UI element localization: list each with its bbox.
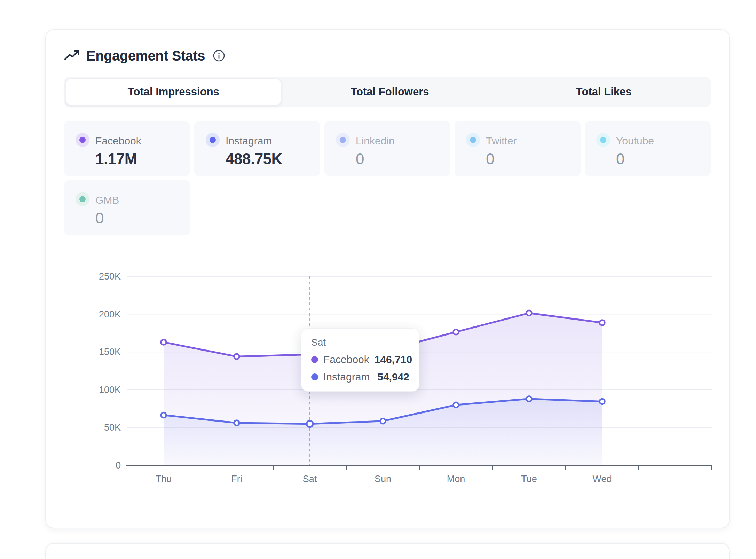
svg-text:0: 0 (116, 460, 121, 471)
metric-tabs: Total Impressions Total Followers Total … (64, 77, 711, 107)
chart-tooltip: Sat Facebook 146,710 Instagram 54,942 (301, 328, 419, 392)
twitter-dot-icon (466, 133, 480, 147)
tooltip-row-instagram: Instagram 54,942 (311, 371, 409, 383)
svg-text:50K: 50K (104, 422, 121, 433)
svg-text:Mon: Mon (447, 474, 465, 484)
tooltip-title: Sat (311, 337, 409, 348)
stat-value: 0 (616, 150, 624, 168)
platform-stats-grid: Facebook 1.17M Instagram 488.75K Linkedi… (64, 121, 711, 235)
facebook-dot-icon (311, 356, 318, 363)
svg-text:Wed: Wed (592, 474, 612, 484)
stat-card-youtube[interactable]: Youtube 0 (585, 121, 711, 176)
stat-card-instagram[interactable]: Instagram 488.75K (194, 121, 320, 176)
card-header: Engagement Stats (64, 46, 711, 65)
trending-up-icon (64, 49, 79, 62)
tooltip-value: 54,942 (377, 371, 409, 383)
stat-value: 1.17M (95, 150, 137, 168)
svg-text:100K: 100K (99, 385, 121, 395)
facebook-dot-icon (76, 133, 89, 147)
stat-label: Youtube (616, 135, 654, 147)
tooltip-value: 146,710 (375, 354, 412, 365)
svg-text:200K: 200K (99, 309, 121, 320)
stat-label: Twitter (486, 135, 517, 147)
page-title: Engagement Stats (86, 48, 205, 64)
tooltip-label: Facebook (323, 354, 369, 365)
stat-value: 488.75K (226, 150, 282, 168)
stat-label: Linkedin (356, 135, 395, 147)
stat-card-linkedin[interactable]: Linkedin 0 (324, 121, 450, 176)
stat-card-facebook[interactable]: Facebook 1.17M (64, 121, 190, 176)
dashboard-page: Engagement Stats Total Impressions Total… (0, 0, 756, 559)
svg-text:250K: 250K (99, 271, 121, 282)
svg-text:Sat: Sat (303, 474, 317, 484)
instagram-dot-icon (206, 133, 220, 147)
stat-card-twitter[interactable]: Twitter 0 (455, 121, 581, 176)
svg-text:Sun: Sun (375, 474, 391, 484)
gmb-dot-icon (76, 192, 89, 206)
youtube-dot-icon (596, 133, 610, 147)
impressions-line-chart[interactable]: 250K200K150K100K50K0ThuFriSatSunMonTueWe… (64, 269, 711, 498)
svg-text:Fri: Fri (231, 474, 242, 484)
linkedin-dot-icon (336, 133, 350, 147)
stat-value: 0 (95, 210, 104, 227)
tab-total-followers[interactable]: Total Followers (283, 77, 497, 107)
tab-total-likes[interactable]: Total Likes (497, 77, 711, 107)
info-icon[interactable] (213, 49, 225, 62)
svg-text:150K: 150K (99, 347, 121, 357)
stat-card-gmb[interactable]: GMB 0 (64, 180, 190, 235)
tab-total-impressions[interactable]: Total Impressions (66, 78, 281, 105)
stat-label: Facebook (95, 135, 141, 147)
stat-value: 0 (486, 150, 494, 168)
svg-text:Thu: Thu (156, 474, 172, 484)
next-section-card (45, 543, 730, 559)
stat-label: Instagram (226, 135, 272, 147)
tooltip-label: Instagram (323, 371, 372, 383)
stat-value: 0 (356, 150, 364, 168)
engagement-stats-card: Engagement Stats Total Impressions Total… (45, 29, 730, 528)
svg-text:Tue: Tue (521, 474, 537, 484)
stat-label: GMB (95, 194, 119, 206)
tooltip-row-facebook: Facebook 146,710 (311, 354, 409, 365)
instagram-dot-icon (311, 373, 318, 380)
